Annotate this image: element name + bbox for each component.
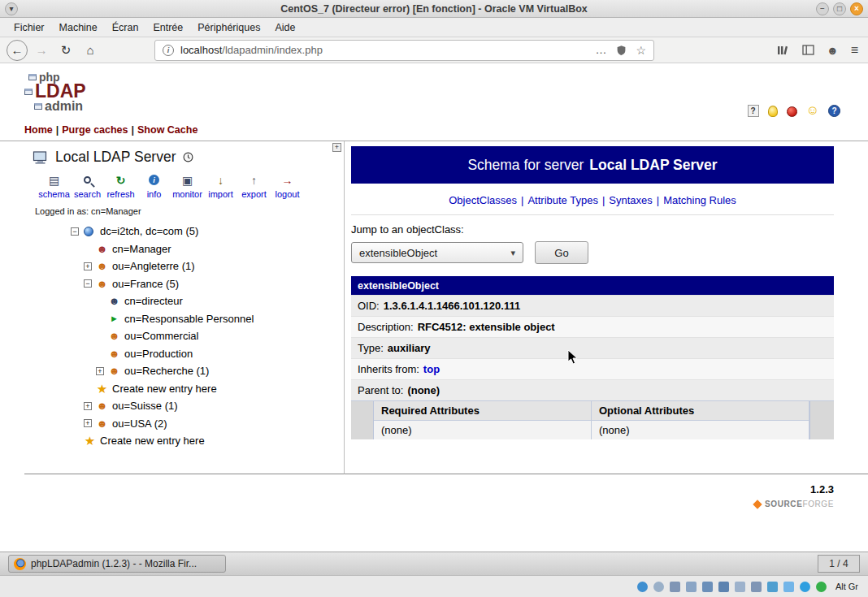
tree-item-label[interactable]: ou=Angleterre (1) bbox=[112, 260, 195, 272]
tree-item-suisse[interactable]: + ☻ ou=Suisse (1) bbox=[24, 397, 344, 415]
go-button[interactable]: Go bbox=[535, 241, 588, 264]
keyboard-capture-icon[interactable] bbox=[816, 582, 827, 592]
required-attributes-value: (none) bbox=[374, 421, 592, 439]
app-menu-icon[interactable]: ≡ bbox=[851, 43, 858, 58]
inherits-top-link[interactable]: top bbox=[423, 363, 440, 375]
bookmark-star-icon[interactable]: ☆ bbox=[636, 44, 646, 57]
menu-ecran[interactable]: Écran bbox=[105, 19, 146, 36]
display-icon[interactable] bbox=[767, 582, 778, 592]
tree-item-label[interactable]: ou=Recherche (1) bbox=[124, 365, 209, 377]
server-header[interactable]: Local LDAP Server bbox=[24, 149, 344, 166]
expand-expander-icon[interactable]: + bbox=[84, 402, 92, 410]
tree-item-label[interactable]: Create new entry here bbox=[112, 383, 217, 395]
page-actions-icon[interactable]: … bbox=[595, 48, 607, 53]
tree-item-label[interactable]: ou=USA (2) bbox=[112, 417, 167, 430]
server-name[interactable]: Local LDAP Server bbox=[55, 149, 176, 166]
tree-item-commercial[interactable]: ☻ ou=Commercial bbox=[24, 327, 344, 345]
tree-item-recherche[interactable]: + ☻ ou=Recherche (1) bbox=[24, 362, 344, 380]
sidebar-toggle-icon[interactable] bbox=[802, 45, 814, 55]
minimize-button[interactable]: − bbox=[816, 2, 829, 15]
feedback-smiley-icon[interactable]: ☺ bbox=[806, 104, 819, 117]
import-icon: ↓ bbox=[218, 173, 224, 187]
tree-item-production[interactable]: ☻ ou=Production bbox=[24, 345, 344, 363]
objectclass-select[interactable]: extensibleObject ▾ bbox=[351, 242, 523, 263]
tree-item-label[interactable]: ou=Suisse (1) bbox=[112, 400, 178, 412]
firefox-icon bbox=[14, 558, 26, 570]
toolbar-search[interactable]: search bbox=[71, 173, 104, 199]
tree-item-create-entry[interactable]: ★ Create new entry here bbox=[24, 432, 344, 450]
forward-icon[interactable]: → bbox=[31, 40, 52, 61]
recording-icon[interactable] bbox=[783, 582, 794, 592]
collapse-expander-icon[interactable]: − bbox=[84, 279, 92, 288]
nav-home[interactable]: Home bbox=[24, 124, 53, 136]
nav-purge-caches[interactable]: Purge caches bbox=[62, 124, 128, 136]
tree-item-manager[interactable]: ☻ cn=Manager bbox=[24, 240, 344, 258]
sourceforge-logo[interactable]: SOURCEFORGE bbox=[0, 500, 834, 508]
search-status-icon[interactable] bbox=[637, 582, 648, 592]
tree-item-create-entry[interactable]: ★ Create new entry here bbox=[24, 380, 344, 398]
mouse-integration-icon[interactable] bbox=[800, 582, 810, 592]
hdd-icon[interactable] bbox=[670, 582, 680, 592]
tree-item-usa[interactable]: + ☻ ou=USA (2) bbox=[24, 415, 344, 433]
library-icon[interactable] bbox=[777, 45, 790, 56]
tree-item-label[interactable]: ou=Production bbox=[124, 348, 193, 360]
firefox-window-button[interactable]: phpLDAPadmin (1.2.3) - - Mozilla Fir... bbox=[8, 555, 226, 573]
menu-peripheriques[interactable]: Périphériques bbox=[190, 19, 267, 36]
link-matching-rules[interactable]: Matching Rules bbox=[663, 194, 736, 206]
tree-item-angleterre[interactable]: + ☻ ou=Angleterre (1) bbox=[24, 257, 344, 275]
toolbar-schema[interactable]: ▤ schema bbox=[37, 173, 71, 199]
menu-aide[interactable]: Aide bbox=[267, 19, 302, 36]
menu-fichier[interactable]: Fichier bbox=[7, 19, 52, 36]
tree-item-france[interactable]: − ☻ ou=France (5) bbox=[24, 275, 344, 293]
network-icon[interactable] bbox=[718, 582, 729, 592]
link-attribute-types[interactable]: Attribute Types bbox=[527, 194, 597, 206]
toolbar-logout[interactable]: → logout bbox=[271, 173, 304, 199]
menu-machine[interactable]: Machine bbox=[52, 19, 105, 36]
tree-item-label[interactable]: cn=Responsable Personnel bbox=[124, 313, 254, 325]
optical-disk-icon[interactable] bbox=[686, 582, 697, 592]
link-objectclasses[interactable]: ObjectClasses bbox=[449, 194, 517, 206]
tree-item-responsable[interactable]: ► cn=Responsable Personnel bbox=[24, 310, 344, 328]
restore-button[interactable]: □ bbox=[833, 2, 846, 15]
account-icon[interactable]: ☻ bbox=[827, 44, 839, 57]
lightbulb-donate-icon[interactable] bbox=[768, 106, 778, 117]
menu-entree[interactable]: Entrée bbox=[145, 19, 190, 36]
site-info-icon[interactable]: i bbox=[163, 45, 174, 56]
link-syntaxes[interactable]: Syntaxes bbox=[609, 194, 652, 206]
nav-show-cache[interactable]: Show Cache bbox=[137, 124, 197, 136]
gear-icon[interactable] bbox=[653, 582, 664, 592]
toolbar-info[interactable]: i info bbox=[137, 173, 171, 199]
close-button[interactable]: × bbox=[850, 2, 863, 15]
tree-item-label[interactable]: ou=Commercial bbox=[124, 330, 198, 342]
collapse-expander-icon[interactable]: − bbox=[71, 227, 79, 236]
tree-item-label[interactable]: cn=directeur bbox=[124, 295, 183, 307]
expand-expander-icon[interactable]: + bbox=[96, 367, 104, 375]
reload-icon[interactable]: ↻ bbox=[55, 40, 76, 61]
expand-expander-icon[interactable]: + bbox=[84, 262, 92, 270]
usb-icon[interactable] bbox=[735, 582, 745, 592]
home-icon[interactable]: ⌂ bbox=[80, 40, 101, 61]
tree-item-directeur[interactable]: ☻ cn=directeur bbox=[24, 292, 344, 310]
window-menu-icon[interactable]: ▾ bbox=[5, 2, 18, 15]
shield-icon[interactable] bbox=[616, 45, 627, 56]
toolbar-import[interactable]: ↓ import bbox=[204, 173, 237, 199]
audio-icon[interactable] bbox=[702, 582, 713, 592]
expand-expander-icon[interactable]: + bbox=[84, 419, 92, 427]
toolbar-export[interactable]: ↑ export bbox=[237, 173, 271, 199]
panel-collapse-icon[interactable]: + bbox=[332, 143, 341, 152]
purge-cache-icon[interactable] bbox=[787, 106, 797, 117]
tree-item-root[interactable]: − dc=i2tch, dc=com (5) bbox=[24, 223, 344, 240]
help-icon[interactable]: ? bbox=[748, 105, 759, 117]
tree-item-label[interactable]: cn=Manager bbox=[112, 243, 171, 255]
optional-attributes-header: Optional Attributes bbox=[592, 401, 809, 421]
tree-item-label[interactable]: dc=i2tch, dc=com (5) bbox=[100, 225, 198, 237]
shared-folders-icon[interactable] bbox=[751, 582, 762, 592]
about-icon[interactable]: ? bbox=[828, 105, 840, 117]
url-bar[interactable]: i localhost/ldapadmin/index.php … ☆ bbox=[154, 40, 654, 61]
back-icon[interactable]: ← bbox=[7, 40, 28, 61]
tree-item-label[interactable]: ou=France (5) bbox=[112, 278, 179, 290]
tree-item-label[interactable]: Create new entry here bbox=[100, 435, 205, 447]
toolbar-monitor[interactable]: ▣ monitor bbox=[171, 173, 204, 199]
toolbar-refresh[interactable]: ↻ refresh bbox=[104, 173, 137, 199]
workspace-pager[interactable]: 1 / 4 bbox=[818, 555, 860, 573]
